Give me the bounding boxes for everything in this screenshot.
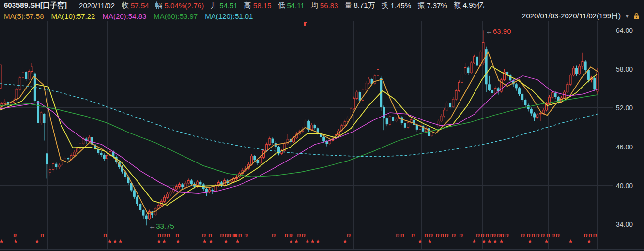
r-marker: R [272, 233, 276, 238]
r-marker: R [492, 233, 496, 238]
star-marker: ★ [343, 238, 348, 245]
candles-layer [1, 30, 598, 225]
stat-change: 幅5.04%(2.76) [155, 1, 204, 10]
ma-legend: MA(5):57.58 MA(10):57.22 MA(20):54.83 MA… [0, 12, 522, 20]
star-marker: ★ [528, 238, 533, 245]
star-marker: ★ [35, 238, 40, 245]
ma5-legend: MA(5):57.58 [4, 12, 44, 20]
ma10-line [0, 66, 598, 205]
report-markers: RRRRRRRRRRRRRRRRRRRRRRRRRRRRRRRRRRRRRRRR… [0, 233, 598, 245]
r-marker: RR [501, 233, 510, 238]
r-marker: R [452, 233, 456, 238]
quote-date: 2020/11/02 [79, 1, 115, 10]
star-marker: ★ [224, 238, 229, 245]
y-axis-label: 34.00 [616, 221, 633, 228]
r-marker: RR [162, 233, 171, 238]
r-marker: RR [297, 233, 307, 238]
range-selector: 2020/01/03-2020/11/02(199日) ▼ [522, 12, 644, 21]
r-marker: R [208, 233, 213, 238]
ma-legend-bar: MA(5):57.58 MA(10):57.22 MA(20):54.83 MA… [0, 11, 644, 21]
low-price-annotation: ←33.75 [149, 222, 174, 230]
r-marker: R [202, 233, 206, 238]
r-marker: R [541, 233, 545, 238]
svg-text:←63.90: ←63.90 [486, 27, 511, 35]
star-marker: ★ [568, 238, 574, 245]
star-marker: ★ [587, 238, 592, 245]
r-marker: R [476, 233, 480, 238]
quote-header-bar: 603589.SH[口子窖] 2020/11/02 收57.54 幅5.04%(… [0, 0, 644, 11]
y-axis-label: 40.00 [616, 182, 633, 190]
event-flag-mark [304, 22, 307, 26]
stat-open: 开54.51 [210, 1, 238, 10]
r-marker: RR [234, 233, 243, 238]
high-price-annotation: ←63.90 [486, 27, 511, 35]
r-marker: R [521, 233, 525, 238]
r-marker: RRR [584, 233, 598, 238]
star-marker: ★ [176, 238, 181, 245]
star-marker: ★★ [289, 238, 299, 245]
star-marker: ★★★ [305, 238, 321, 245]
stock-app-window: 64.0058.0052.0046.0040.0034.00←63.90←33.… [0, 0, 644, 251]
range-dropdown-icon[interactable]: ▼ [624, 13, 630, 19]
r-marker: R [347, 233, 351, 238]
lock-icon[interactable] [633, 13, 640, 20]
y-axis-label: 52.00 [616, 104, 633, 112]
kline-chart[interactable]: 64.0058.0052.0046.0040.0034.00←63.90←33.… [0, 0, 644, 251]
r-marker: R [40, 233, 45, 238]
stat-amount: 额4.95亿 [454, 1, 484, 10]
star-marker: ★ [487, 238, 492, 245]
ma20-legend: MA(20):54.83 [102, 12, 146, 20]
star-marker: ★ [499, 238, 505, 245]
star-marker: ★ [544, 238, 550, 245]
star-marker: ★ [418, 238, 423, 245]
ma120-legend: MA(120):51.01 [205, 12, 253, 20]
star-marker: ★ [0, 238, 4, 245]
star-marker: ★ [482, 238, 487, 245]
y-axis-label: 64.00 [616, 27, 633, 34]
ma120-line [0, 84, 598, 157]
ma20-line [0, 76, 598, 193]
clipped-edge-candle [0, 65, 1, 88]
star-marker: ★ [209, 238, 214, 245]
svg-text:←33.75: ←33.75 [149, 222, 174, 230]
ma60-line [0, 95, 598, 177]
stock-symbol: 603589.SH[口子窖] [0, 1, 73, 10]
r-marker: RRR [527, 233, 540, 238]
star-marker: ★★★ [107, 238, 123, 245]
star-marker: ★ [235, 238, 241, 245]
ma10-legend: MA(10):57.22 [51, 12, 95, 20]
r-marker: RRR [436, 233, 449, 238]
star-marker: ★ [14, 238, 19, 245]
r-marker: RR [552, 233, 561, 238]
r-marker: R [546, 233, 551, 238]
stat-turnover: 换1.45% [382, 1, 412, 10]
star-marker: ★ [202, 238, 208, 245]
ma60-legend: MA(60):53.97 [153, 12, 198, 20]
star-marker: ★ [493, 238, 498, 245]
r-marker: R [459, 233, 463, 238]
r-marker: R [411, 233, 415, 238]
ma5-line [0, 52, 598, 213]
r-marker: R [157, 233, 162, 238]
r-marker: R [429, 233, 433, 238]
stat-close: 收57.54 [122, 1, 149, 10]
stat-high: 高58.15 [244, 1, 272, 10]
r-marker: R [175, 233, 180, 238]
star-marker: ★ [472, 238, 477, 245]
r-marker: RR [285, 233, 294, 238]
stat-volume: 量8.71万 [344, 1, 375, 10]
stat-amplitude: 振7.37% [417, 1, 447, 10]
star-marker: ★ [428, 238, 433, 245]
r-marker: R [13, 233, 17, 238]
stat-avg: 均56.83 [311, 1, 338, 10]
stat-low: 低54.11 [277, 1, 304, 10]
star-marker: ★★ [156, 238, 167, 245]
r-marker: R [103, 233, 107, 238]
r-marker: R [424, 233, 429, 238]
r-marker: R [244, 233, 248, 238]
r-marker: RR [396, 233, 405, 238]
date-range-link[interactable]: 2020/01/03-2020/11/02(199日) [522, 12, 621, 21]
y-axis-label: 46.00 [616, 143, 633, 151]
y-axis-label: 58.00 [616, 65, 633, 73]
